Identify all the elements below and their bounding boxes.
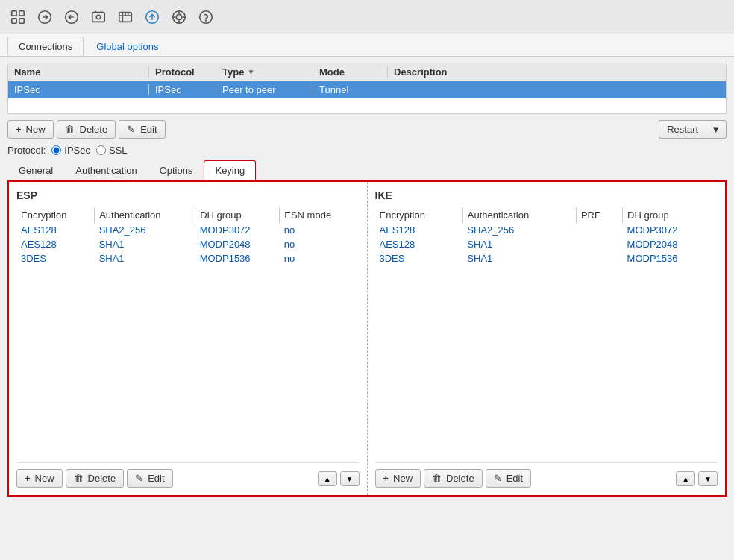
svg-rect-0 bbox=[12, 10, 16, 15]
restart-dropdown-button[interactable]: ▼ bbox=[706, 120, 727, 139]
keying-panel: ESP Encryption Authentication DH group E… bbox=[7, 180, 727, 497]
tab-general[interactable]: General bbox=[7, 160, 64, 180]
svg-rect-6 bbox=[92, 12, 105, 22]
esp-new-button[interactable]: New bbox=[16, 469, 63, 488]
esp-table: Encryption Authentication DH group ESN m… bbox=[16, 207, 360, 265]
table-row[interactable]: AES128 SHA2_256 MODP3072 bbox=[375, 223, 718, 237]
settings-icon[interactable] bbox=[115, 7, 136, 28]
esp-row1-auth: SHA2_256 bbox=[95, 223, 195, 237]
svg-point-7 bbox=[96, 15, 101, 19]
table-row[interactable]: IPSec IPSec Peer to peer Tunnel bbox=[8, 81, 726, 98]
protocol-ssl-label: SSL bbox=[109, 145, 128, 156]
ike-row1-prf bbox=[576, 223, 622, 237]
esp-row1-dh: MODP3072 bbox=[195, 223, 280, 237]
col-header-protocol: Protocol bbox=[148, 66, 216, 78]
esp-row3-encryption: 3DES bbox=[16, 251, 95, 265]
ike-move-up-button[interactable] bbox=[676, 471, 695, 486]
esp-row1-encryption: AES128 bbox=[16, 223, 95, 237]
capture-icon[interactable] bbox=[88, 7, 109, 28]
esp-row2-encryption: AES128 bbox=[16, 237, 95, 251]
ike-edit-button[interactable]: ✎ Edit bbox=[486, 469, 531, 488]
edit-button[interactable]: ✎ Edit bbox=[119, 120, 165, 139]
delete-button[interactable]: 🗑 Delete bbox=[57, 120, 116, 139]
protocol-ipsec-radio[interactable] bbox=[51, 145, 61, 155]
edit-label: Edit bbox=[140, 124, 157, 135]
tab-options[interactable]: Options bbox=[148, 160, 204, 180]
new-button[interactable]: New bbox=[7, 120, 54, 139]
row-type: Peer to peer bbox=[216, 84, 313, 95]
esp-col-encryption: Encryption bbox=[16, 207, 95, 223]
top-tabs: Connections Global options bbox=[0, 34, 734, 57]
ike-col-encryption: Encryption bbox=[375, 207, 463, 223]
svg-rect-3 bbox=[19, 18, 24, 22]
type-sort-arrow: ▼ bbox=[247, 68, 254, 76]
ike-delete-button[interactable]: 🗑 Delete bbox=[424, 469, 483, 488]
back-icon[interactable] bbox=[61, 7, 82, 28]
esp-row2-dh: MODP2048 bbox=[195, 237, 280, 251]
esp-col-dh-group: DH group bbox=[195, 207, 280, 223]
ike-edit-label: Edit bbox=[506, 473, 523, 484]
tab-connections[interactable]: Connections bbox=[7, 37, 84, 56]
esp-row3-auth: SHA1 bbox=[95, 251, 195, 265]
esp-delete-button[interactable]: 🗑 Delete bbox=[66, 469, 125, 488]
table-row[interactable]: AES128 SHA2_256 MODP3072 no bbox=[16, 223, 360, 237]
ike-move-down-button[interactable] bbox=[698, 471, 718, 486]
col-header-mode: Mode bbox=[313, 66, 387, 78]
new-plus-icon bbox=[16, 124, 23, 135]
main-content: Name Protocol Type ▼ Mode Description IP… bbox=[0, 57, 734, 503]
table-row[interactable]: AES128 SHA1 MODP2048 no bbox=[16, 237, 360, 251]
row-protocol: IPSec bbox=[148, 84, 216, 95]
protocol-ipsec-label: IPSec bbox=[64, 145, 90, 156]
esp-move-down-button[interactable] bbox=[340, 471, 360, 486]
esp-edit-button[interactable]: ✎ Edit bbox=[127, 469, 172, 488]
protocol-ssl-option[interactable]: SSL bbox=[96, 145, 128, 156]
row-name: IPSec bbox=[14, 84, 148, 95]
sub-tabs: General Authentication Options Keying bbox=[7, 160, 727, 180]
ike-edit-icon: ✎ bbox=[494, 473, 502, 484]
protocol-ipsec-option[interactable]: IPSec bbox=[51, 145, 90, 156]
restart-button[interactable]: Restart bbox=[659, 120, 706, 139]
table-row[interactable]: AES128 SHA1 MODP2048 bbox=[375, 237, 718, 251]
new-label: New bbox=[26, 124, 46, 135]
ike-new-plus-icon bbox=[383, 473, 391, 484]
ike-row1-auth: SHA2_256 bbox=[462, 223, 576, 237]
esp-move-up-button[interactable] bbox=[318, 471, 337, 486]
col-header-type: Type ▼ bbox=[216, 66, 313, 78]
forward-icon[interactable] bbox=[34, 7, 55, 28]
ike-new-button[interactable]: New bbox=[375, 469, 421, 488]
esp-footer: New 🗑 Delete ✎ Edit bbox=[16, 462, 360, 488]
esp-col-esn-mode: ESN mode bbox=[280, 207, 360, 223]
esp-row2-auth: SHA1 bbox=[95, 237, 195, 251]
ike-row3-dh: MODP1536 bbox=[623, 251, 718, 265]
edit-pencil-icon: ✎ bbox=[127, 124, 135, 135]
esp-row1-esn: no bbox=[280, 223, 360, 237]
esp-new-label: New bbox=[35, 473, 54, 484]
help-icon[interactable] bbox=[195, 7, 216, 28]
delete-trash-icon: 🗑 bbox=[65, 124, 75, 135]
esp-delete-label: Delete bbox=[88, 473, 116, 484]
esp-delete-icon: 🗑 bbox=[74, 473, 84, 484]
tab-keying[interactable]: Keying bbox=[204, 160, 256, 180]
esp-header-row: Encryption Authentication DH group ESN m… bbox=[16, 207, 360, 223]
main-toolbar bbox=[0, 0, 734, 34]
table-row[interactable]: 3DES SHA1 MODP1536 no bbox=[16, 251, 360, 265]
ike-header-row: Encryption Authentication PRF DH group bbox=[375, 207, 718, 223]
ike-sort-buttons bbox=[676, 471, 718, 486]
col-header-name: Name bbox=[14, 66, 148, 78]
connection-table: Name Protocol Type ▼ Mode Description IP… bbox=[7, 63, 727, 114]
tab-authentication[interactable]: Authentication bbox=[64, 160, 148, 180]
esp-section: ESP Encryption Authentication DH group E… bbox=[9, 182, 368, 495]
protocol-ssl-radio[interactable] bbox=[96, 145, 106, 155]
action-bar: New 🗑 Delete ✎ Edit Restart ▼ bbox=[7, 120, 727, 139]
ike-delete-label: Delete bbox=[446, 473, 474, 484]
ike-row2-prf bbox=[576, 237, 622, 251]
table-row[interactable]: 3DES SHA1 MODP1536 bbox=[375, 251, 718, 265]
tab-global-options[interactable]: Global options bbox=[85, 37, 169, 56]
home-icon[interactable] bbox=[7, 7, 28, 28]
ike-section: IKE Encryption Authentication PRF DH gro… bbox=[368, 182, 726, 495]
ike-col-prf: PRF bbox=[576, 207, 622, 223]
upload-icon[interactable] bbox=[142, 7, 163, 28]
protocol-row: Protocol: IPSec SSL bbox=[7, 145, 727, 156]
target-icon[interactable] bbox=[169, 7, 189, 28]
esp-new-plus-icon bbox=[25, 473, 32, 484]
